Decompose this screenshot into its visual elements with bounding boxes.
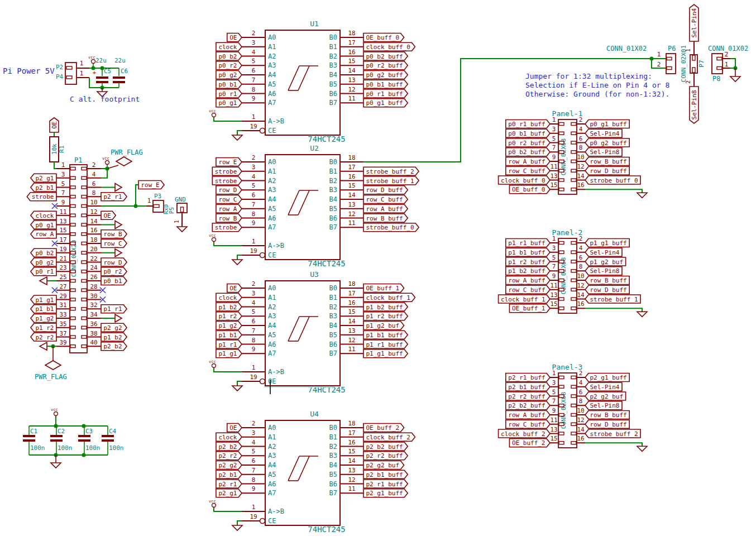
net-label[interactable]: p2_r2 xyxy=(216,452,242,460)
net-label[interactable]: p1_b1_buff xyxy=(506,248,550,256)
net-label[interactable]: Sel-Pin4 xyxy=(585,248,622,256)
net-label[interactable]: p2_g2_buf xyxy=(585,392,626,400)
net-label[interactable]: p0_r2 xyxy=(216,61,242,70)
net-label[interactable]: row_D_buff xyxy=(585,285,629,294)
net-label[interactable]: p2_b2_buff xyxy=(506,401,550,410)
net-label[interactable]: clock_buff_2 xyxy=(363,433,415,441)
net-label[interactable]: p1_r2_buff xyxy=(363,312,408,320)
net-label[interactable]: p2_g1_buff xyxy=(585,374,629,382)
net-label[interactable]: strobe_buff_0 xyxy=(363,223,419,232)
net-label[interactable]: p0_g2 xyxy=(31,258,56,266)
net-label[interactable]: OE_buff_2 xyxy=(363,424,404,432)
connector-panel-2[interactable]: Panel-2CONN_02X081p1_r1_buff3p1_b1_buff5… xyxy=(499,228,647,317)
ic-u1[interactable]: U174HCT2452A0OE3A1clock4A2p0_b25A3p0_r26… xyxy=(209,20,415,143)
net-label[interactable]: p1_g1_buff xyxy=(363,350,408,358)
gnd-symbol[interactable] xyxy=(177,227,187,232)
net-label[interactable]: clock_buff_2 xyxy=(499,429,550,438)
net-label[interactable]: strobe xyxy=(212,167,242,175)
net-label[interactable]: OE xyxy=(227,284,242,293)
connector-panel-1[interactable]: Panel-1CONN_02X081p0_r1_buff3p0_b1_buff5… xyxy=(499,109,647,198)
wire[interactable] xyxy=(585,308,642,312)
net-label[interactable]: OE_buff_2 xyxy=(509,439,550,447)
net-label[interactable]: p2_r2_buff xyxy=(506,392,550,400)
net-label[interactable]: p1_g2 xyxy=(216,322,242,330)
power-input-section[interactable]: Pi Power 5VP2P411vcc+22u22uC5C6C alt. fo… xyxy=(3,55,140,103)
net-label[interactable]: clock_buff_1 xyxy=(499,295,550,303)
vcc-symbol[interactable]: vcc xyxy=(209,233,216,242)
net-label[interactable]: p0_b1_buff xyxy=(363,80,408,88)
net-label[interactable]: p2_g1 xyxy=(31,174,56,182)
net-label[interactable]: p2_g1 xyxy=(216,489,242,497)
wire[interactable] xyxy=(214,117,242,121)
net-label[interactable]: row_C xyxy=(216,195,242,204)
vcc-symbol[interactable]: vcc xyxy=(209,499,216,508)
connector-panel-3[interactable]: Panel-3CONN_02X081p2_r1_buff3p2_b1_buff5… xyxy=(499,363,647,451)
net-label[interactable]: row_D_buff xyxy=(585,420,629,428)
net-label[interactable]: p1_r2 xyxy=(31,323,56,332)
schematic-canvas[interactable]: Pi Power 5VP2P411vcc+22u22uC5C6C alt. fo… xyxy=(0,0,756,541)
net-label[interactable]: p1_g1 xyxy=(31,295,56,304)
net-label[interactable]: p1_b2 xyxy=(216,303,242,311)
vcc-symbol[interactable]: vcc xyxy=(51,408,58,416)
net-label[interactable]: p2_b2 xyxy=(216,442,242,451)
wire[interactable] xyxy=(54,162,56,169)
net-label[interactable]: p1_b2_buff xyxy=(363,303,408,311)
net-label[interactable]: row_A_buff xyxy=(506,157,550,166)
ic-u2[interactable]: U274HCT2452A0row_E3A1strobe4A2strobe5A3r… xyxy=(209,144,419,268)
net-label[interactable]: clock_buff_0 xyxy=(363,42,415,51)
net-label[interactable]: p1_g2_buf xyxy=(363,322,404,330)
net-label[interactable]: p0_b2_buff xyxy=(506,148,550,156)
power-flag[interactable]: PWR_FLAG xyxy=(111,149,143,166)
connector-p8-body[interactable] xyxy=(712,54,722,74)
net-label[interactable]: strobe xyxy=(212,223,242,232)
net-label[interactable]: p2_b1_buff xyxy=(363,470,408,478)
net-label[interactable]: row_E xyxy=(216,158,242,166)
net-label[interactable]: strobe_buff_1 xyxy=(585,295,640,303)
net-label[interactable]: strobe_buff_0 xyxy=(585,176,640,184)
net-label[interactable]: p1_b1 xyxy=(216,331,242,339)
net-label[interactable]: OE xyxy=(50,118,59,132)
net-label[interactable]: OE_buff_1 xyxy=(363,284,404,293)
net-label[interactable]: p0_r1_buff xyxy=(506,120,550,128)
net-label[interactable]: p1_r1_buff xyxy=(506,239,550,247)
net-label[interactable]: row_C xyxy=(101,240,127,248)
wire[interactable] xyxy=(214,508,242,511)
net-label[interactable]: p1_g1 xyxy=(216,350,242,358)
wire[interactable] xyxy=(237,255,242,260)
net-label[interactable]: p2_g2 xyxy=(216,461,242,470)
net-label[interactable]: strobe_buff_2 xyxy=(585,429,640,438)
net-label[interactable]: p0_r1 xyxy=(31,267,56,276)
gnd-symbol[interactable] xyxy=(232,135,242,140)
net-label[interactable]: p1_r2_buff xyxy=(506,257,550,266)
connector-p6-body[interactable] xyxy=(666,54,676,74)
net-label[interactable]: OE_buff_0 xyxy=(509,185,550,194)
net-label[interactable]: p1_r1_buff xyxy=(363,340,408,348)
net-label[interactable]: p1_b1_buff xyxy=(363,331,408,339)
net-label[interactable]: Sel-Pin4 xyxy=(585,382,622,391)
net-label[interactable]: p0_g2 xyxy=(216,71,242,79)
net-label[interactable]: p1_r2 xyxy=(216,312,242,320)
wire[interactable] xyxy=(214,368,242,372)
net-label[interactable]: OE_buff_1 xyxy=(509,304,550,313)
net-label[interactable]: row_C_buff xyxy=(506,166,550,175)
net-label[interactable]: p2_r1 xyxy=(101,193,127,201)
net-label[interactable]: p1_b1 xyxy=(31,305,56,313)
net-label[interactable]: p0_g1_buff xyxy=(363,99,408,107)
net-label[interactable]: p0_b2_buff xyxy=(363,52,408,60)
net-label[interactable]: clock_buff_1 xyxy=(363,293,415,301)
connector-p2p4-body[interactable] xyxy=(65,63,76,84)
net-label[interactable]: Sel-Pin4 xyxy=(585,129,622,137)
wire[interactable] xyxy=(214,242,242,246)
net-label[interactable]: OE xyxy=(101,211,116,219)
net-label[interactable]: p2_r1_buff xyxy=(506,374,550,382)
net-label[interactable]: p1_r1 xyxy=(216,340,242,348)
wire[interactable] xyxy=(585,189,642,193)
net-label[interactable]: row_D_buff xyxy=(363,186,408,194)
ic-u3[interactable]: U374HCT2452A0OE3A1clock4A2p1_b25A3p1_r26… xyxy=(209,270,415,394)
jumper-connectors[interactable]: CONN_01X02P612Sel-Pin41CONN_02X01P72Sel-… xyxy=(606,4,748,123)
net-label[interactable]: p2_r2 xyxy=(31,333,56,341)
aux-connector-cluster[interactable]: 1P3RxDP5GND1 xyxy=(146,193,187,232)
net-label[interactable]: row_B_buff xyxy=(585,411,629,419)
unconnected-arrow-flag[interactable] xyxy=(115,184,122,191)
net-label[interactable]: p0_b1_buff xyxy=(506,129,550,137)
